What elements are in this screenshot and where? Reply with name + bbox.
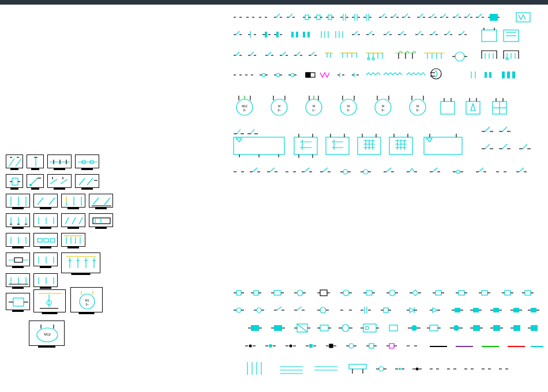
- motor-label: M: [273, 104, 285, 108]
- svg-point-480: [342, 325, 349, 331]
- palette-block[interactable]: [89, 194, 113, 208]
- svg-point-358: [343, 169, 348, 174]
- svg-line-0: [9, 159, 14, 167]
- svg-rect-57: [44, 239, 48, 242]
- palette-block[interactable]: [6, 194, 30, 208]
- palette-block[interactable]: [33, 233, 58, 247]
- svg-rect-503: [513, 325, 520, 331]
- svg-line-369: [433, 168, 437, 172]
- palette-block[interactable]: [47, 154, 72, 168]
- svg-line-207: [236, 52, 239, 55]
- svg-line-186: [400, 31, 404, 35]
- rect-modules-row[interactable]: [234, 126, 544, 158]
- svg-rect-383: [237, 291, 241, 295]
- svg-line-177: [354, 31, 358, 35]
- svg-rect-200: [482, 30, 497, 42]
- svg-line-19: [50, 179, 57, 184]
- palette-block[interactable]: [89, 213, 113, 227]
- svg-point-523: [349, 344, 354, 348]
- svg-point-372: [456, 170, 460, 174]
- palette-block[interactable]: [6, 252, 30, 266]
- motor-symbol[interactable]: M1~: [302, 95, 325, 118]
- svg-line-127: [393, 14, 396, 17]
- svg-line-355: [323, 168, 328, 172]
- motor-label: M: [412, 104, 423, 108]
- svg-rect-109: [328, 15, 332, 20]
- motor-symbol[interactable]: M3~: [371, 95, 395, 118]
- svg-line-36: [104, 198, 110, 205]
- palette-block[interactable]: [33, 194, 58, 208]
- svg-point-549: [399, 368, 401, 370]
- palette-block[interactable]: [75, 154, 99, 168]
- svg-line-16: [31, 178, 37, 185]
- palette-block[interactable]: [6, 293, 30, 310]
- palette-block[interactable]: [6, 273, 30, 287]
- palette-block[interactable]: [33, 213, 58, 227]
- palette-block[interactable]: [61, 213, 85, 227]
- palette-block[interactable]: [61, 194, 85, 208]
- svg-point-233: [455, 52, 464, 61]
- palette-block[interactable]: [61, 252, 100, 273]
- svg-point-404: [389, 290, 395, 296]
- drawing-canvas[interactable]: M13~ M12 M123~ M3~ M1~ M3~ M3~ M3~: [0, 5, 548, 392]
- svg-line-219: [296, 52, 300, 55]
- svg-line-330: [502, 127, 507, 131]
- svg-rect-421: [525, 291, 531, 295]
- svg-line-189: [418, 31, 421, 35]
- motor-label: M: [377, 104, 389, 108]
- svg-line-339: [523, 144, 527, 149]
- palette-block[interactable]: [27, 154, 44, 168]
- contact-row[interactable]: [234, 166, 544, 178]
- motor-label: M1: [81, 299, 93, 302]
- motor-symbol[interactable]: M3~: [268, 95, 291, 118]
- palette-block[interactable]: [47, 174, 72, 188]
- svg-line-97: [276, 14, 280, 17]
- wire-color-cyan: [531, 346, 543, 347]
- svg-rect-418: [505, 291, 511, 295]
- symbol-field-lower[interactable]: [234, 287, 544, 391]
- svg-rect-266: [507, 71, 510, 78]
- svg-point-514: [290, 345, 292, 347]
- svg-rect-470: [274, 325, 282, 331]
- svg-rect-169: [307, 32, 310, 37]
- palette-block[interactable]: [33, 252, 58, 266]
- svg-point-511: [269, 344, 272, 348]
- svg-line-1: [16, 159, 21, 167]
- svg-point-242: [262, 73, 265, 77]
- palette-block[interactable]: [33, 273, 58, 287]
- motor-symbol[interactable]: M3~: [337, 95, 360, 118]
- palette-block[interactable]: [6, 213, 30, 227]
- svg-line-48: [72, 217, 76, 224]
- svg-line-430: [277, 307, 281, 310]
- motor-symbol[interactable]: M123~: [233, 95, 256, 118]
- svg-rect-106: [317, 15, 320, 20]
- palette-motor-block[interactable]: M13~: [70, 287, 103, 312]
- motor-sub: 3~: [273, 108, 285, 112]
- palette-block[interactable]: [6, 174, 23, 188]
- svg-rect-288: [441, 101, 455, 114]
- svg-rect-166: [291, 32, 294, 37]
- palette-block[interactable]: [33, 289, 66, 312]
- palette-block[interactable]: [27, 174, 44, 188]
- svg-rect-65: [14, 258, 22, 262]
- palette-block[interactable]: [6, 233, 30, 247]
- svg-line-216: [282, 52, 286, 55]
- svg-rect-161: [265, 32, 267, 37]
- svg-point-248: [291, 73, 294, 77]
- svg-line-49: [79, 217, 82, 224]
- palette-block[interactable]: [75, 174, 99, 188]
- svg-line-130: [404, 14, 408, 17]
- motor-symbol[interactable]: M3~: [406, 95, 429, 118]
- motor-label: M: [308, 104, 320, 108]
- svg-line-145: [467, 14, 470, 17]
- svg-rect-251: [306, 73, 310, 77]
- palette-motor-block[interactable]: M12: [29, 321, 65, 346]
- motor-sub: 1~: [308, 108, 320, 112]
- palette-block[interactable]: [6, 154, 23, 168]
- svg-rect-103: [305, 15, 309, 20]
- motor-sub: 3~: [412, 108, 423, 112]
- svg-rect-263: [485, 72, 487, 78]
- svg-line-136: [431, 14, 434, 17]
- palette-block[interactable]: [61, 233, 85, 247]
- svg-line-20: [61, 179, 67, 184]
